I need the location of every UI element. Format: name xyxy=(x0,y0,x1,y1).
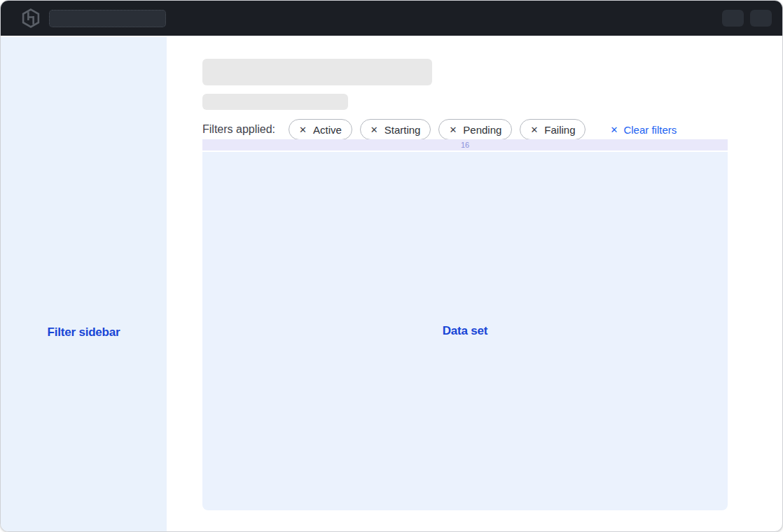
filter-chip-label: Pending xyxy=(463,124,501,136)
filter-chip-active[interactable]: ✕ Active xyxy=(289,119,352,140)
dataset-count: 16 xyxy=(461,141,469,149)
filter-chip-pending[interactable]: ✕ Pending xyxy=(438,119,512,140)
close-icon: ✕ xyxy=(610,125,618,134)
filter-sidebar-label: Filter sidebar xyxy=(1,326,167,340)
dataset-label: Data set xyxy=(443,324,488,338)
filters-applied-row: Filters applied: ✕ Active ✕ Starting ✕ P… xyxy=(202,119,677,140)
topbar-button-placeholder-1[interactable] xyxy=(722,10,744,27)
dataset-area: Data set xyxy=(202,152,728,510)
filters-applied-label: Filters applied: xyxy=(202,123,275,136)
topbar xyxy=(1,1,782,36)
close-icon[interactable]: ✕ xyxy=(299,125,307,134)
dataset-count-strip: 16 xyxy=(202,139,728,150)
filter-chip-starting[interactable]: ✕ Starting xyxy=(360,119,431,140)
filter-chip-label: Starting xyxy=(384,124,421,136)
title-placeholder-block xyxy=(202,59,432,85)
topbar-button-placeholder-2[interactable] xyxy=(750,10,772,27)
filter-chip-label: Active xyxy=(313,124,342,136)
filter-sidebar: Filter sidebar xyxy=(1,37,167,531)
clear-filters-link[interactable]: ✕ Clear filters xyxy=(610,124,677,136)
close-icon[interactable]: ✕ xyxy=(449,125,457,134)
filter-chip-failing[interactable]: ✕ Failing xyxy=(520,119,585,140)
hashicorp-logo-icon[interactable] xyxy=(22,8,40,28)
subtitle-placeholder-block xyxy=(202,94,348,110)
close-icon[interactable]: ✕ xyxy=(530,125,538,134)
clear-filters-label: Clear filters xyxy=(623,124,677,136)
app-window: Filter sidebar Filters applied: ✕ Active… xyxy=(0,0,783,532)
filter-chip-label: Failing xyxy=(544,124,575,136)
search-input[interactable] xyxy=(49,10,166,27)
close-icon[interactable]: ✕ xyxy=(370,125,378,134)
